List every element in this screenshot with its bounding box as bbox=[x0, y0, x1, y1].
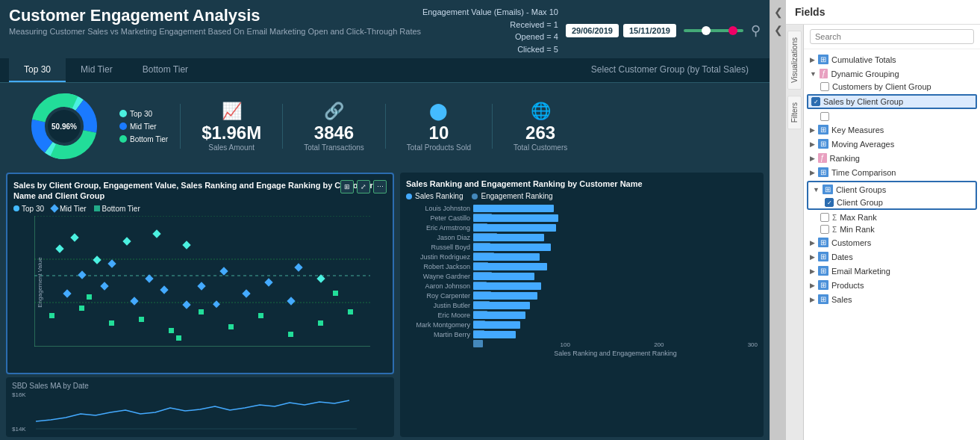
bar-legend-dot-sales bbox=[406, 193, 412, 199]
field-dynamic-item3[interactable] bbox=[804, 111, 980, 123]
scatter-legend-dot-bottomtier bbox=[94, 205, 100, 211]
svg-rect-47 bbox=[169, 328, 174, 333]
group-customers[interactable]: ▶ ⊞ Customers bbox=[804, 235, 980, 250]
group-time-comparison[interactable]: ▶ ⊞ Time Comparison bbox=[804, 165, 980, 179]
svg-rect-42 bbox=[287, 297, 295, 305]
kpi-sales-value: $1.96M bbox=[202, 123, 261, 143]
focus-action-btn[interactable]: ⤢ bbox=[357, 180, 370, 193]
group-sales[interactable]: ▶ ⊞ Sales bbox=[804, 292, 980, 306]
chevron-dates: ▶ bbox=[810, 253, 815, 261]
fields-list: ▶ ⊞ Cumulative Totals ▼ ƒ Dynamic Groupi… bbox=[804, 49, 980, 440]
calc-icon-ranking: ƒ bbox=[818, 153, 827, 163]
group-key-measures[interactable]: ▶ ⊞ Key Measures bbox=[804, 123, 980, 137]
engagement-slider[interactable] bbox=[684, 29, 743, 32]
legend-bottomtier: Bottom Tier bbox=[119, 133, 168, 146]
slider-thumb-right[interactable] bbox=[728, 26, 737, 35]
legend-label-bottomtier: Bottom Tier bbox=[130, 133, 168, 146]
x-tick-100: 100 bbox=[561, 341, 570, 348]
chevron-time-comparison: ▶ bbox=[810, 169, 815, 176]
group-client-groups[interactable]: ▼ ⊞ Client Groups bbox=[808, 182, 976, 196]
tab-filters[interactable]: Filters bbox=[787, 96, 802, 129]
scatter-chart: Sales by Client Group, Engagement Value,… bbox=[6, 173, 394, 374]
scatter-legend-label-midtier: Mid Tier bbox=[60, 205, 87, 213]
more-action-btn[interactable]: ⋯ bbox=[373, 180, 387, 193]
transactions-icon: 🔗 bbox=[324, 102, 344, 121]
tab-visualizations[interactable]: Visualizations bbox=[787, 31, 802, 90]
svg-rect-31 bbox=[100, 282, 108, 290]
group-label-sales: Sales bbox=[831, 295, 852, 304]
checkbox-customers-by-client-group[interactable] bbox=[820, 82, 829, 91]
checkbox-min-rank[interactable] bbox=[820, 225, 829, 234]
slider-track[interactable] bbox=[684, 29, 743, 32]
bar-seg-sales bbox=[473, 253, 540, 261]
group-label-key-measures: Key Measures bbox=[831, 126, 884, 134]
svg-rect-33 bbox=[145, 274, 153, 282]
bar-rows-container: Louis JohnstonPeter CastilloEric Armstro… bbox=[473, 205, 758, 338]
svg-rect-57 bbox=[294, 263, 302, 271]
tab-select-group[interactable]: Select Customer Group (by Total Sales) bbox=[579, 58, 761, 82]
svg-rect-40 bbox=[242, 289, 250, 297]
scatter-legend-bottomtier: Bottom Tier bbox=[94, 205, 140, 213]
tab-top30[interactable]: Top 30 bbox=[9, 58, 66, 82]
chevron-client-groups: ▼ bbox=[813, 186, 820, 193]
date-start-button[interactable]: 29/06/2019 bbox=[566, 24, 619, 37]
group-products[interactable]: ▶ ⊞ Products bbox=[804, 278, 980, 292]
field-sales-by-client-group[interactable]: ✓ Sales by Client Group bbox=[807, 94, 977, 109]
svg-rect-44 bbox=[79, 306, 84, 311]
checkbox-dynamic-item3[interactable] bbox=[820, 112, 829, 121]
collapse-right-btn[interactable]: ❮ bbox=[771, 21, 786, 39]
scatter-legend-dot-midtier bbox=[50, 204, 58, 212]
bar-row-label: Louis Johnston bbox=[408, 205, 470, 212]
checkbox-sales-by-client-group[interactable]: ✓ bbox=[811, 97, 820, 106]
search-input[interactable] bbox=[810, 29, 974, 44]
x-tick-200: 200 bbox=[654, 341, 664, 348]
bar-row: Justin Butler bbox=[473, 302, 758, 309]
kpi-transactions-label: Total Transactions bbox=[304, 143, 364, 152]
bar-legend-label-engagement: Engagement Ranking bbox=[481, 192, 552, 200]
field-min-rank[interactable]: Σ Min Rank bbox=[804, 223, 980, 235]
bar-row: Russell Boyd bbox=[473, 244, 758, 251]
tab-bottomtier[interactable]: Bottom Tier bbox=[128, 58, 203, 82]
bar-row-label: Aaron Johnson bbox=[408, 282, 470, 290]
bar-legend-sales: Sales Ranking bbox=[406, 192, 463, 200]
bar-seg-sales bbox=[473, 214, 558, 222]
tab-midtier[interactable]: Mid Tier bbox=[66, 58, 128, 82]
bar-row-label: Russell Boyd bbox=[408, 244, 470, 251]
field-customers-by-client-group[interactable]: Customers by Client Group bbox=[804, 81, 980, 93]
bar-row: Aaron Johnson bbox=[473, 282, 758, 290]
bar-seg-sales bbox=[473, 224, 556, 232]
scatter-y-axis-label: Engagement Value bbox=[37, 257, 43, 307]
scatter-legend-label-bottomtier: Bottom Tier bbox=[102, 205, 140, 213]
bar-chart-title: Sales Ranking and Engagement Ranking by … bbox=[406, 179, 758, 189]
group-label-ranking: Ranking bbox=[830, 154, 860, 163]
chevron-email-marketing: ▶ bbox=[810, 267, 815, 275]
group-label-moving-averages: Moving Averages bbox=[831, 140, 894, 149]
filter-action-btn[interactable]: ⊞ bbox=[340, 180, 354, 193]
group-cumulative-totals[interactable]: ▶ ⊞ Cumulative Totals bbox=[804, 52, 980, 66]
group-moving-averages[interactable]: ▶ ⊞ Moving Averages bbox=[804, 137, 980, 151]
bar-seg-sales bbox=[473, 321, 520, 329]
group-ranking[interactable]: ▶ ƒ Ranking bbox=[804, 151, 980, 165]
group-label-client-groups: Client Groups bbox=[836, 185, 886, 194]
checkbox-max-rank[interactable] bbox=[820, 213, 829, 222]
svg-rect-55 bbox=[176, 335, 181, 341]
group-dates[interactable]: ▶ ⊞ Dates bbox=[804, 250, 980, 264]
bar-row: Louis Johnston bbox=[473, 205, 758, 212]
group-dynamic-grouping[interactable]: ▼ ƒ Dynamic Grouping bbox=[804, 66, 980, 81]
filters-icon[interactable]: ⚲ bbox=[751, 22, 761, 39]
kpi-divider-4 bbox=[492, 104, 493, 149]
bar-seg-sales bbox=[473, 244, 551, 251]
group-email-marketing[interactable]: ▶ ⊞ Email Marketing bbox=[804, 264, 980, 278]
legend-dot-midtier bbox=[119, 123, 127, 130]
field-client-group[interactable]: ✓ Client Group bbox=[808, 196, 976, 208]
bar-row-label: Robert Jackson bbox=[408, 263, 470, 270]
svg-rect-23 bbox=[55, 244, 63, 252]
field-max-rank[interactable]: Σ Max Rank bbox=[804, 211, 980, 223]
kpi-customers: 🌐 263 Total Customers bbox=[505, 102, 576, 152]
collapse-left-btn[interactable]: ❮ bbox=[771, 3, 786, 21]
legend-midtier: Mid Tier bbox=[119, 120, 168, 133]
bar-row: Peter Castillo bbox=[473, 214, 758, 222]
checkbox-client-group[interactable]: ✓ bbox=[825, 198, 834, 207]
slider-thumb-left[interactable] bbox=[702, 26, 711, 35]
date-end-button[interactable]: 15/11/2019 bbox=[623, 24, 676, 37]
